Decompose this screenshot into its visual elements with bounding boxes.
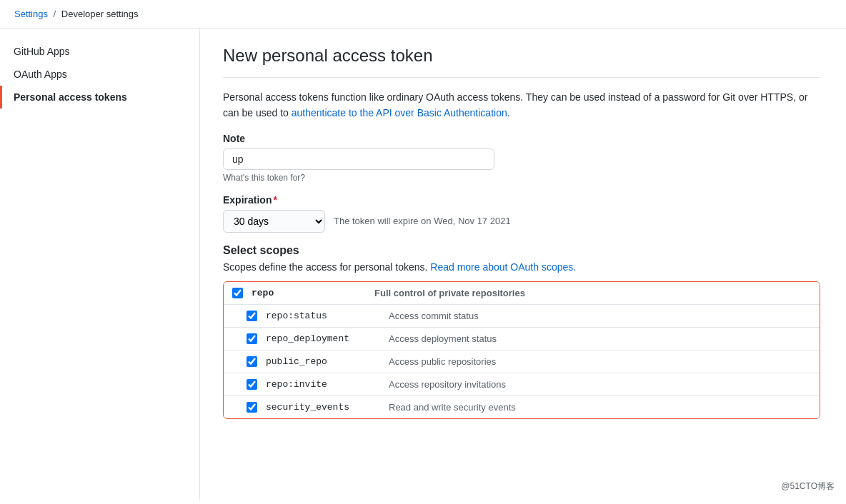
note-label: Note — [223, 133, 820, 144]
scopes-link[interactable]: Read more about OAuth scopes. — [430, 261, 576, 273]
scope-checkbox-repo-invite[interactable] — [247, 379, 257, 390]
expiration-label: Expiration* — [223, 194, 820, 206]
page-title: New personal access token — [223, 46, 820, 78]
expiration-note: The token will expire on Wed, Nov 17 202… — [334, 216, 511, 226]
auth-link[interactable]: authenticate to the API over Basic Authe… — [292, 107, 510, 119]
breadcrumb-current: Developer settings — [61, 9, 139, 19]
scope-name-repo-invite: repo:invite — [266, 379, 380, 390]
sidebar-item-oauth-apps[interactable]: OAuth Apps — [0, 63, 199, 86]
scope-checkbox-public-repo[interactable] — [247, 356, 257, 367]
note-input[interactable] — [223, 148, 494, 170]
expiration-select[interactable]: 7 days 30 days 60 days 90 days Custom No… — [223, 210, 325, 233]
description: Personal access tokens function like ord… — [223, 89, 820, 121]
scope-desc-repo: Full control of private repositories — [374, 288, 525, 298]
required-indicator: * — [273, 194, 277, 206]
scope-desc-repo-invite: Access repository invitations — [389, 379, 506, 390]
scope-desc-security-events: Read and write security events — [389, 402, 516, 413]
scope-name-repo-deployment: repo_deployment — [266, 333, 380, 344]
scopes-desc: Scopes define the access for personal to… — [223, 261, 820, 273]
scopes-desc-text: Scopes define the access for personal to… — [223, 261, 430, 273]
expiration-group: Expiration* 7 days 30 days 60 days 90 da… — [223, 194, 820, 233]
note-group: Note What's this token for? — [223, 133, 820, 183]
scope-desc-repo-deployment: Access deployment status — [389, 333, 497, 344]
scope-row-public-repo: public_repo Access public repositories — [224, 351, 820, 373]
scope-checkbox-repo-deployment[interactable] — [247, 333, 257, 344]
scope-checkbox-repo[interactable] — [232, 288, 243, 298]
scope-name-security-events: security_events — [266, 402, 380, 413]
scope-checkbox-repo-status[interactable] — [247, 311, 257, 321]
main-layout: GitHub Apps OAuth Apps Personal access t… — [0, 29, 846, 500]
expiration-row: 7 days 30 days 60 days 90 days Custom No… — [223, 210, 820, 233]
breadcrumb: Settings / Developer settings — [0, 0, 846, 29]
settings-link[interactable]: Settings — [14, 9, 48, 19]
watermark: @51CTO博客 — [781, 480, 835, 493]
scope-name-repo-status: repo:status — [266, 311, 380, 321]
note-hint: What's this token for? — [223, 173, 820, 183]
scope-row-repo-invite: repo:invite Access repository invitation… — [224, 373, 820, 396]
scopes-title: Select scopes — [223, 244, 820, 257]
sidebar-item-personal-access-tokens[interactable]: Personal access tokens — [0, 86, 199, 109]
scope-desc-public-repo: Access public repositories — [389, 356, 496, 367]
scope-row-repo-deployment: repo_deployment Access deployment status — [224, 328, 820, 351]
sidebar-item-github-apps[interactable]: GitHub Apps — [0, 40, 199, 63]
scope-row-repo-status: repo:status Access commit status — [224, 305, 820, 328]
scope-name-repo: repo — [252, 288, 366, 298]
breadcrumb-separator: / — [54, 9, 56, 19]
scopes-group: Select scopes Scopes define the access f… — [223, 244, 820, 419]
scope-desc-repo-status: Access commit status — [389, 311, 479, 321]
scope-name-public-repo: public_repo — [266, 356, 380, 367]
scopes-table: repo Full control of private repositorie… — [223, 281, 820, 419]
main-content: New personal access token Personal acces… — [200, 29, 843, 500]
sidebar: GitHub Apps OAuth Apps Personal access t… — [0, 29, 200, 500]
scope-row-security-events: security_events Read and write security … — [224, 396, 820, 418]
scope-checkbox-security-events[interactable] — [247, 402, 257, 413]
scope-row-repo: repo Full control of private repositorie… — [224, 282, 820, 305]
